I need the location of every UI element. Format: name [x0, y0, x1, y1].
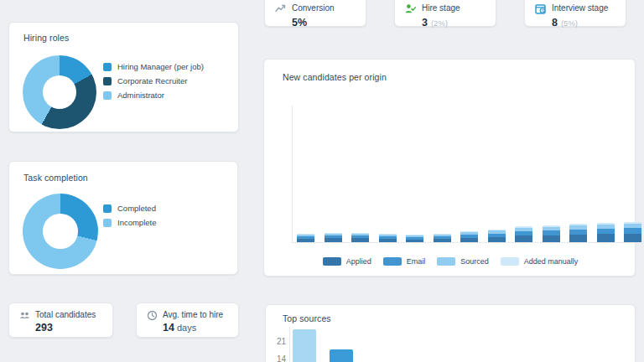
legend-item: Corporate Recruiter — [103, 74, 204, 88]
legend-label: Hiring Manager (per job) — [117, 62, 204, 71]
origin-bar — [597, 223, 615, 242]
task-completion-card: Task completion Completed Incomplete — [8, 161, 238, 275]
task-completion-legend: Completed Incomplete — [103, 201, 156, 230]
origin-chart-legend: Applied Email Sourced Added manually — [264, 257, 636, 266]
avg-time-to-hire-card[interactable]: Avg. time to hire 14 days — [136, 303, 239, 338]
recruiting-dashboard: Conversion 5% Hire stage 3 (2%) Intervie… — [0, 0, 644, 362]
top-sources-card: Top sources 21 14 — [265, 304, 636, 362]
origin-bar-segment-applied — [325, 238, 342, 242]
origin-bar — [543, 225, 560, 242]
legend-label: Corporate Recruiter — [117, 76, 187, 85]
top-sources-bar — [330, 349, 353, 362]
origin-bar-segment-applied — [488, 237, 506, 242]
card-title: Top sources — [283, 313, 331, 323]
origin-bar-segment-applied — [543, 235, 560, 242]
origin-bar-segment-applied — [434, 239, 451, 242]
origin-bar — [515, 226, 532, 242]
origin-bar-segment-applied — [406, 240, 423, 242]
clock-icon — [147, 309, 158, 320]
origin-bar-segment-email — [624, 228, 641, 234]
y-axis-line — [289, 328, 290, 362]
legend-label: Added manually — [524, 257, 579, 266]
legend-swatch — [437, 257, 455, 266]
legend-item: Hiring Manager (per job) — [103, 59, 204, 74]
legend-label: Incomplete — [117, 218, 156, 227]
stat-value: 293 — [35, 322, 53, 334]
stat-sub: (5%) — [561, 18, 578, 28]
origin-bar — [434, 234, 451, 242]
legend-label: Completed — [117, 204, 156, 213]
stat-label: Avg. time to hire — [163, 310, 223, 319]
card-title: Hiring roles — [23, 33, 69, 43]
origin-bar-segment-applied — [460, 238, 478, 242]
stat-value: 14 — [163, 322, 174, 334]
y-axis-tick: 14 — [271, 354, 286, 362]
legend-item: Completed — [103, 201, 156, 215]
legend-swatch — [501, 257, 519, 266]
origin-bar — [569, 224, 587, 242]
legend-label: Sourced — [460, 257, 489, 266]
origin-bar — [379, 234, 397, 242]
origin-bar — [488, 230, 506, 242]
origin-bar — [406, 235, 423, 242]
origin-stacked-bars — [297, 222, 641, 242]
calendar-clock-icon — [535, 3, 546, 13]
legend-swatch — [103, 204, 112, 213]
stat-unit: days — [177, 323, 196, 333]
stat-label: Conversion — [292, 3, 335, 13]
legend-swatch — [103, 219, 112, 227]
legend-item: Sourced — [437, 257, 489, 266]
origin-bar — [325, 233, 342, 242]
new-candidates-per-origin-card: New candidates per origin Applied Email … — [263, 59, 636, 277]
legend-item: Applied — [323, 257, 371, 266]
origin-bar-segment-applied — [351, 238, 369, 242]
stat-value: 5% — [292, 17, 307, 28]
hiring-roles-legend: Hiring Manager (per job) Corporate Recru… — [103, 59, 204, 102]
stat-card-hire-stage[interactable]: Hire stage 3 (2%) — [394, 0, 496, 27]
legend-label: Administrator — [117, 90, 164, 100]
legend-swatch — [103, 63, 112, 71]
stat-label: Hire stage — [422, 3, 460, 13]
origin-bar-segment-applied — [597, 234, 615, 242]
origin-bar-segment-applied — [379, 239, 397, 242]
legend-swatch — [103, 91, 112, 100]
stat-value: 3 — [422, 17, 428, 28]
trend-line-icon — [275, 3, 286, 13]
legend-item: Incomplete — [103, 215, 156, 230]
origin-bar-segment-applied — [569, 235, 587, 242]
legend-swatch — [383, 257, 402, 266]
origin-bar-segment-applied — [624, 234, 641, 242]
legend-label: Applied — [346, 257, 371, 266]
stat-card-interview-stage[interactable]: Interview stage 8 (5%) — [524, 0, 626, 27]
stat-label: Interview stage — [552, 3, 608, 13]
people-icon — [19, 309, 30, 320]
origin-bar-segment-applied — [297, 239, 314, 242]
origin-bar — [460, 231, 478, 242]
origin-bar — [297, 234, 314, 242]
origin-chart-plot-area — [292, 106, 638, 243]
origin-bar-segment-applied — [515, 235, 532, 242]
y-axis-tick: 21 — [271, 337, 286, 346]
stat-card-conversion[interactable]: Conversion 5% — [264, 0, 366, 27]
legend-swatch — [103, 77, 112, 85]
card-title: Task completion — [23, 173, 88, 183]
legend-label: Email — [407, 257, 426, 266]
card-title: New candidates per origin — [283, 72, 387, 82]
legend-item: Administrator — [103, 88, 204, 102]
hiring-roles-donut-chart — [23, 55, 96, 129]
origin-bar — [624, 222, 641, 242]
task-completion-donut-chart — [23, 194, 98, 269]
legend-swatch — [323, 257, 341, 266]
total-candidates-card[interactable]: Total candidates 293 — [8, 303, 113, 338]
stat-value: 8 — [552, 17, 558, 28]
legend-item: Added manually — [501, 257, 579, 266]
stat-sub: (2%) — [431, 18, 448, 28]
hiring-roles-card: Hiring roles Hiring Manager (per job) Co… — [8, 22, 239, 132]
top-sources-bar — [293, 329, 316, 362]
origin-bar — [351, 233, 369, 242]
legend-item: Email — [383, 257, 426, 266]
person-check-icon — [405, 3, 416, 13]
stat-label: Total candidates — [35, 310, 96, 319]
